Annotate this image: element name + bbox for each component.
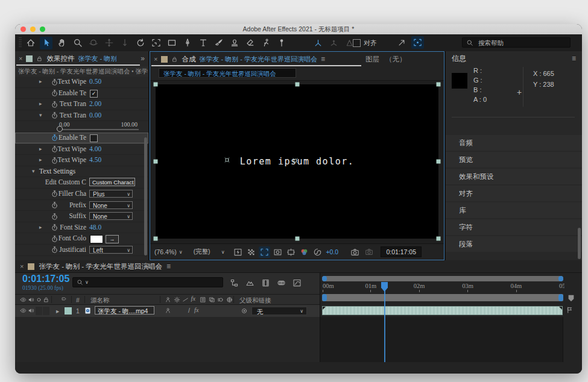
frame-blend-switch-icon[interactable] [209,296,215,303]
speaker-column-icon[interactable] [28,296,34,303]
work-area-bar[interactable] [322,294,563,301]
dolly-camera-tool[interactable] [118,37,131,49]
property-value[interactable]: 0.50 [89,78,101,85]
shy-switch-icon[interactable] [165,296,171,303]
snap-checkbox[interactable] [353,39,361,47]
layer-tab[interactable]: 图层 （无） [365,52,406,66]
effect-property-edit-custom-characters[interactable]: Edit Custom CCustom Charact [15,177,148,189]
effect-property-text-wipe-2[interactable]: ▸Text Wipe4.00 [15,144,148,155]
local-axis-tool[interactable] [312,37,324,49]
layer-name[interactable]: 张学友 - 吻....mp4 [95,306,154,315]
panel-tab-character[interactable]: 字符 [446,219,582,235]
work-area-start-handle[interactable] [322,294,327,301]
panel-overflow-icon[interactable]: » [141,54,145,63]
effect-property-font-color[interactable]: Font Colo→ [15,233,148,245]
comp-flow-icon[interactable] [230,278,239,287]
effect-property-prefix[interactable]: PrefixNone∨ [15,200,148,211]
effect-property-filler-character[interactable]: Filler ChaPlus∨ [15,189,148,200]
composition-tab[interactable]: × 合成 张学友 - 吻别 - 学友光年世界巡回演唱会 ≡ 图层 （无） [150,52,444,66]
effect-property-text-tran-2[interactable]: ▾Text Tran0.00 [15,110,148,122]
selection-handle[interactable] [437,237,441,241]
effect-property-text-tran-2-slider[interactable]: 0.00100.00 [15,121,148,133]
panel-menu-icon[interactable]: ≡ [572,54,576,63]
quality-switch-icon[interactable] [182,296,189,303]
checker-icon[interactable] [245,246,257,258]
eye-toggle[interactable] [20,307,27,314]
slider-knob[interactable] [57,126,63,132]
switch-cell[interactable] [36,307,42,315]
composition-canvas[interactable]: Lorem ipsum dolor. [156,84,438,239]
source-name-column-label[interactable]: 源名称 [90,296,110,305]
anchor-point-icon[interactable] [223,156,231,164]
blur-circles-icon[interactable] [277,278,286,287]
draft-3d-icon[interactable] [245,278,254,287]
close-panel-icon[interactable]: × [20,263,24,270]
color-picker-icon[interactable]: → [106,235,119,243]
effect-property-enable-te-2[interactable]: Enable Te [15,133,148,144]
scrollbar-cap[interactable] [322,276,327,281]
type-tool[interactable] [197,37,209,49]
rgb-icon[interactable] [299,246,310,258]
timeline-search[interactable]: ∨ [72,277,223,287]
color-swatch[interactable] [90,235,103,243]
composition-viewer[interactable]: Lorem ipsum dolor. [150,81,444,243]
graph-editor-icon[interactable] [292,278,302,287]
rotation-tool[interactable] [134,37,147,49]
film-icon[interactable] [261,278,270,287]
property-checkbox[interactable] [90,134,98,142]
3d-switch-switch-icon[interactable] [226,296,233,303]
close-panel-icon[interactable]: × [154,55,157,63]
scrollbar[interactable] [578,228,581,259]
property-button[interactable]: Custom Charact [89,178,135,186]
effect-controls-tab[interactable]: × 效果控件 张学友 - 吻别 » [15,51,148,66]
property-dropdown[interactable]: None∨ [89,212,133,220]
snapshot-icon[interactable] [349,246,361,258]
selection-handle[interactable] [154,160,158,164]
eraser-tool[interactable] [244,37,256,49]
zoom-tool[interactable] [71,37,84,49]
comp-marker-bin-icon[interactable] [567,294,575,302]
panel-tab-effects-presets[interactable]: 效果和预设 [446,169,582,184]
scrollbar-cap[interactable] [558,276,563,281]
scrollbar[interactable] [144,137,147,255]
slider-track[interactable] [59,129,139,130]
effect-property-text-tran-1[interactable]: ▸Text Tran2.00 [15,99,148,110]
property-value[interactable]: 4.50 [89,156,101,163]
property-value[interactable]: 48.0 [89,224,101,231]
timeline-empty-tracks[interactable] [15,317,320,362]
exposure-icon[interactable] [312,246,323,258]
current-timecode[interactable]: 0:01:17:05 [22,274,69,284]
pickwhip-icon[interactable] [241,307,248,315]
magnification-dropdown[interactable]: (76.4%) ∨ [153,248,185,255]
property-value[interactable]: 4.00 [89,145,101,152]
anchor-point-icon[interactable] [291,157,299,164]
lock-icon[interactable] [171,56,178,63]
fast-preview-icon[interactable] [232,246,244,258]
switch-cell[interactable] [43,307,49,315]
property-checkbox[interactable]: ✓ [90,90,98,98]
selection-handle[interactable] [154,83,158,87]
panel-menu-icon[interactable]: ≡ [166,262,171,271]
panel-tab-paragraph[interactable]: 段落 [446,236,582,252]
marker-icon[interactable] [566,306,574,314]
effect-property-text-wipe-1[interactable]: ▸Text Wipe0.50 [15,77,148,88]
solo-column-icon[interactable] [36,296,42,303]
property-value[interactable]: 2.00 [89,100,101,107]
snap-control[interactable]: 对齐 [353,39,377,48]
work-area-end-handle[interactable] [558,294,563,301]
panel-tab-audio[interactable]: 音频 [446,135,582,151]
roto-brush-tool[interactable] [259,37,272,49]
layer-duration-bar[interactable] [322,306,563,315]
pan-camera-tool[interactable] [103,37,115,49]
mask-vis-icon[interactable] [272,246,283,258]
close-window-button[interactable] [21,27,26,32]
effect-property-suffix[interactable]: SuffixNone∨ [15,211,148,222]
eye-column-icon[interactable] [20,296,27,303]
resolution-dropdown[interactable]: (完整) ∨ [192,248,227,256]
selection-handle[interactable] [154,237,158,241]
parent-dropdown[interactable]: 无∨ [251,307,307,315]
orbit-camera-tool[interactable] [87,37,100,49]
panel-tab-align[interactable]: 对齐 [446,186,582,201]
show-snapshot-icon[interactable] [363,246,375,258]
layer-row[interactable]: ▸1张学友 - 吻....mp4/fx无∨ [15,305,320,317]
